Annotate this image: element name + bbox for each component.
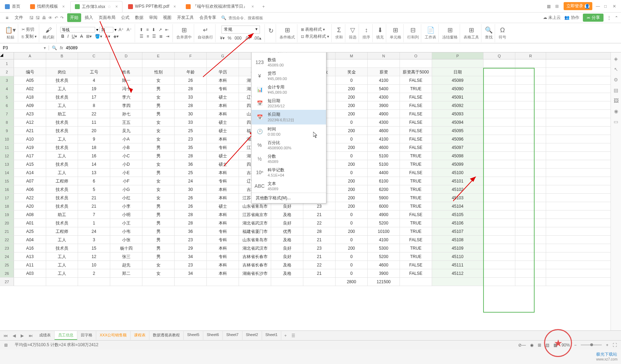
data-cell[interactable]: 0	[336, 76, 368, 84]
data-cell[interactable]: 2800	[336, 278, 368, 286]
data-cell[interactable]: 山东省青岛市	[239, 236, 271, 244]
data-cell[interactable]: 26	[175, 194, 207, 202]
data-cell[interactable]: 22	[303, 261, 336, 269]
data-cell[interactable]	[207, 59, 239, 67]
data-cell[interactable]	[46, 59, 78, 67]
data-cell[interactable]	[515, 76, 546, 84]
data-cell[interactable]: 45102	[432, 185, 484, 193]
column-header[interactable]: O	[400, 52, 432, 59]
data-cell[interactable]: 21	[303, 252, 336, 260]
data-cell[interactable]	[336, 59, 368, 67]
format-option[interactable]: 🕐时间0:00:00	[252, 124, 326, 138]
data-cell[interactable]: 45107	[432, 227, 484, 235]
data-cell[interactable]: TRUE	[400, 160, 432, 168]
data-cell[interactable]	[515, 177, 546, 185]
data-cell[interactable]: 45093	[432, 110, 484, 118]
data-cell[interactable]: 工人	[46, 85, 78, 93]
data-cell[interactable]	[484, 101, 515, 109]
sheet-list-icon[interactable]: ☰	[289, 333, 297, 339]
data-cell[interactable]: 5900	[368, 194, 400, 202]
name-box[interactable]	[3, 45, 38, 50]
hamburger-menu[interactable]: ≡	[3, 14, 11, 22]
data-cell[interactable]: 28	[303, 227, 336, 235]
data-cell[interactable]	[484, 185, 515, 193]
decimal-inc-icon[interactable]: .00▴	[252, 35, 262, 41]
data-cell[interactable]: 23	[175, 135, 207, 143]
data-cell[interactable]: A01	[14, 219, 46, 227]
more-v-icon[interactable]: ⋮	[607, 15, 611, 20]
data-cell[interactable]: 专科	[207, 252, 239, 260]
data-cell[interactable]: 男	[142, 110, 175, 118]
data-cell[interactable]: 200	[336, 160, 368, 168]
row-header[interactable]: 11	[0, 143, 14, 151]
save-icon[interactable]: 🖫	[29, 15, 34, 20]
data-cell[interactable]: 本科	[207, 219, 239, 227]
column-header[interactable]: M	[336, 52, 368, 59]
indent-dec-icon[interactable]: ⇤	[164, 27, 170, 33]
data-cell[interactable]: 4300	[368, 118, 400, 126]
rotate-icon[interactable]: ↻	[268, 27, 274, 35]
indent-inc-icon[interactable]: ⇥	[165, 34, 170, 39]
save-as-icon[interactable]: 🖫	[36, 15, 40, 20]
data-cell[interactable]: 200	[336, 143, 368, 151]
data-cell[interactable]	[175, 278, 207, 286]
data-cell[interactable]: 28	[175, 152, 207, 160]
sheet-first-icon[interactable]: ⏮	[1, 333, 10, 339]
data-cell[interactable]	[515, 160, 546, 168]
data-cell[interactable]	[515, 152, 546, 160]
data-cell[interactable]	[432, 278, 484, 286]
data-cell[interactable]	[484, 143, 515, 151]
row-header[interactable]: 22	[0, 236, 14, 244]
data-cell[interactable]: 良好	[271, 252, 303, 260]
column-title[interactable]: 工号	[78, 68, 110, 76]
data-cell[interactable]: 小F	[110, 177, 142, 185]
data-cell[interactable]: 男	[142, 236, 175, 244]
data-cell[interactable]: 本科	[207, 261, 239, 269]
data-cell[interactable]: 男	[142, 152, 175, 160]
column-header[interactable]: E	[142, 52, 175, 59]
format-option[interactable]: 10ⁿ科学记数4.51E+04	[252, 165, 326, 179]
sheet-next-icon[interactable]: ▶	[19, 333, 26, 339]
data-cell[interactable]: 女	[142, 127, 175, 135]
data-cell[interactable]: 200	[336, 110, 368, 118]
row-header[interactable]: 20	[0, 219, 14, 227]
redo-icon[interactable]: ↷	[60, 15, 64, 20]
data-cell[interactable]: 6000	[368, 202, 400, 210]
data-cell[interactable]: 23	[175, 236, 207, 244]
data-cell[interactable]: 及格	[271, 236, 303, 244]
data-cell[interactable]: 本科	[207, 194, 239, 202]
data-cell[interactable]: 45094	[432, 118, 484, 126]
sheet-tab[interactable]: Sheet6	[203, 331, 223, 340]
data-cell[interactable]: A03	[14, 269, 46, 277]
data-cell[interactable]: 45099	[432, 160, 484, 168]
data-cell[interactable]	[484, 118, 515, 126]
data-cell[interactable]	[303, 278, 336, 286]
data-cell[interactable]	[515, 135, 546, 143]
column-header[interactable]: F	[175, 52, 207, 59]
data-cell[interactable]: 专科	[207, 177, 239, 185]
data-cell[interactable]: 小明	[110, 210, 142, 219]
data-cell[interactable]: 小韦	[110, 227, 142, 235]
cloud-status[interactable]: ☁ 未上云	[543, 15, 561, 21]
data-cell[interactable]: 优秀	[271, 227, 303, 235]
format-option[interactable]: %百分比4508900.00%	[252, 138, 326, 152]
data-cell[interactable]: 15	[78, 244, 110, 252]
data-cell[interactable]	[110, 278, 142, 286]
data-cell[interactable]: 2	[78, 269, 110, 277]
data-cell[interactable]: 45104	[432, 202, 484, 210]
data-cell[interactable]: 湖北省武汉市	[239, 219, 271, 227]
image-icon[interactable]: 🖼	[614, 98, 619, 104]
data-cell[interactable]: 女	[142, 177, 175, 185]
data-cell[interactable]: 硕士	[207, 127, 239, 135]
file-tab[interactable]: WPS PPT教程.pdf×	[124, 1, 180, 12]
data-cell[interactable]: 200	[336, 185, 368, 193]
menu-item[interactable]: 审阅	[146, 13, 160, 22]
data-cell[interactable]: TRUE	[400, 152, 432, 160]
align-top-icon[interactable]: ⬆	[139, 27, 144, 33]
file-tab[interactable]: 『端午狂欢祝福浓情满节日』×	[182, 1, 258, 12]
strike-icon[interactable]: A̶	[79, 34, 84, 39]
sheet-prev-icon[interactable]: ◀	[10, 333, 18, 339]
undo-icon[interactable]: ↶	[55, 15, 58, 20]
data-cell[interactable]: 吉林省长春市	[239, 261, 271, 269]
data-cell[interactable]: 女	[142, 93, 175, 101]
